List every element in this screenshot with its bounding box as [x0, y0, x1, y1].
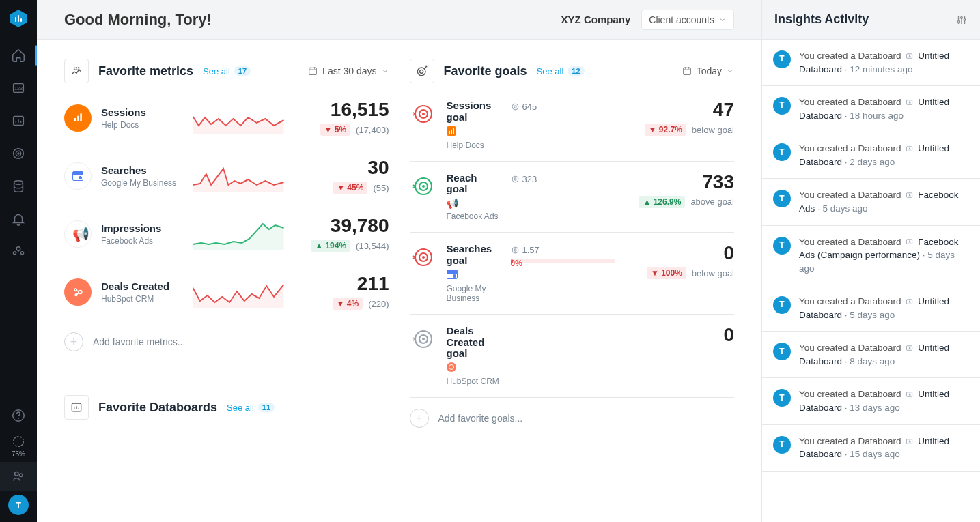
goal-status: below goal: [692, 268, 734, 278]
chevron-down-icon: [718, 16, 727, 24]
databoard-icon: [905, 296, 914, 306]
activity-item[interactable]: T You created a Databoard Untitled Datab…: [762, 285, 980, 332]
chevron-down-icon: [726, 67, 734, 75]
goal-row[interactable]: Sessions goal Help Docs 645 47 ▼ 92.7% b…: [410, 89, 735, 162]
svg-point-13: [20, 252, 23, 255]
svg-point-15: [18, 418, 18, 419]
svg-point-40: [514, 177, 516, 179]
metric-title: Sessions: [101, 106, 183, 118]
metric-row[interactable]: 📢 Impressions Facebook Ads 39,780 ▲ 194%…: [64, 205, 389, 263]
activity-item[interactable]: T You created a Databoard Untitled Datab…: [762, 332, 980, 378]
activity-avatar: T: [773, 50, 791, 68]
client-accounts-dropdown[interactable]: Client accounts: [641, 10, 734, 30]
activity-item[interactable]: T You created a Databoard Facebook Ads (…: [762, 226, 980, 286]
metric-value: 211: [294, 274, 389, 293]
activity-action: You created a Databoard: [799, 296, 901, 306]
goals-timeframe[interactable]: Today: [682, 66, 734, 76]
goal-target-icon: [410, 100, 437, 128]
svg-point-45: [514, 249, 516, 251]
databoard-icon: [905, 436, 914, 446]
metric-row[interactable]: Searches Google My Business 30 ▼ 45% (55…: [64, 147, 389, 205]
svg-point-34: [512, 104, 518, 110]
activity-time: · 12 minutes ago: [845, 64, 913, 74]
svg-point-33: [422, 113, 425, 115]
sidebar: 123 75%: [0, 0, 37, 522]
goal-row[interactable]: Reach goal 📢 Facebook Ads 323 733 ▲ 126.…: [410, 162, 735, 233]
metric-delta: ▼ 45%: [333, 182, 367, 194]
svg-point-50: [961, 16, 963, 18]
metrics-header: 123 Favorite metrics See all 17 Last 30 …: [64, 59, 389, 83]
svg-point-28: [417, 68, 425, 76]
goals-title: Favorite goals: [444, 64, 527, 78]
databoards-see-all[interactable]: See all 11: [227, 403, 275, 413]
client-accounts-label: Client accounts: [649, 14, 714, 25]
activity-avatar: T: [773, 343, 791, 360]
goal-source-icon: 📢: [447, 198, 501, 209]
activity-avatar: T: [773, 389, 791, 407]
goal-target-icon: [410, 244, 437, 271]
logo[interactable]: [0, 0, 37, 37]
metric-title: Searches: [101, 164, 183, 176]
activity-item[interactable]: T You created a Databoard Untitled Datab…: [762, 40, 980, 86]
activity-avatar: T: [773, 97, 791, 115]
nav-help[interactable]: [0, 401, 37, 430]
svg-point-11: [16, 247, 20, 251]
sliders-icon[interactable]: [955, 14, 968, 26]
activity-item[interactable]: T You created a Databoard Facebook Ads ·…: [762, 179, 980, 225]
usage-label: 75%: [12, 450, 25, 458]
add-favorite-goals[interactable]: + Add favorite goals...: [410, 398, 735, 439]
metric-sparkline: [193, 218, 284, 250]
add-favorite-metrics[interactable]: + Add favorite metrics...: [64, 321, 389, 362]
activity-action: You created a Databoard: [799, 190, 901, 200]
activity-avatar: T: [773, 237, 791, 255]
activity-avatar: T: [773, 143, 791, 161]
metric-prev: (17,403): [356, 125, 389, 135]
goals-section-icon: [410, 59, 434, 83]
plus-icon: +: [410, 409, 429, 428]
goals-see-all[interactable]: See all 12: [537, 66, 585, 76]
metrics-see-all[interactable]: See all 17: [203, 66, 251, 76]
metric-sparkline: [193, 276, 284, 308]
metric-prev: (220): [368, 299, 389, 309]
goal-row[interactable]: Deals Created goal HubSpot CRM 0: [410, 315, 735, 398]
metric-row[interactable]: Deals Created HubSpot CRM 211 ▼ 4% (220): [64, 263, 389, 321]
user-avatar[interactable]: T: [8, 495, 29, 515]
activity-avatar: T: [773, 436, 791, 454]
goal-title: Deals Created goal: [447, 325, 501, 360]
activity-item[interactable]: T You created a Databoard Untitled Datab…: [762, 378, 980, 424]
svg-point-39: [512, 176, 518, 182]
nav-team[interactable]: [0, 237, 37, 266]
svg-rect-21: [74, 118, 76, 121]
nav-home[interactable]: [0, 41, 37, 70]
nav-data[interactable]: [0, 172, 37, 201]
metric-source-icon: [64, 162, 92, 190]
nav-accounts[interactable]: [0, 462, 37, 491]
nav-goals[interactable]: [0, 139, 37, 168]
nav-alerts[interactable]: [0, 205, 37, 233]
metric-source-icon: [64, 104, 92, 132]
nav-usage[interactable]: 75%: [0, 434, 37, 458]
svg-point-38: [422, 185, 425, 188]
nav-databoards[interactable]: [0, 106, 37, 135]
metric-source-icon: [64, 278, 92, 306]
activity-item[interactable]: T You created a Databoard Untitled Datab…: [762, 425, 980, 472]
goal-target: 1.57: [511, 245, 616, 255]
activity-item[interactable]: T You created a Databoard Untitled Datab…: [762, 86, 980, 132]
goal-source: Help Docs: [447, 141, 501, 150]
svg-rect-30: [683, 68, 690, 74]
plus-icon: +: [64, 332, 83, 351]
svg-point-51: [964, 18, 966, 20]
activity-item[interactable]: T You created a Databoard Untitled Datab…: [762, 132, 980, 179]
metric-source-icon: 📢: [64, 220, 92, 248]
activity-time: · 18 hours ago: [845, 111, 904, 121]
svg-point-48: [422, 338, 425, 340]
metrics-timeframe[interactable]: Last 30 days: [307, 66, 389, 76]
goal-value: 733: [625, 173, 734, 192]
goal-target: 645: [511, 102, 616, 112]
nav-metrics[interactable]: 123: [0, 74, 37, 102]
goal-row[interactable]: Searches goal Google My Business 1.57 0%…: [410, 233, 735, 315]
svg-point-10: [14, 181, 23, 185]
svg-text:123: 123: [14, 85, 23, 91]
svg-point-16: [14, 437, 24, 447]
metric-row[interactable]: Sessions Help Docs 16,515 ▼ 5% (17,403): [64, 89, 389, 147]
